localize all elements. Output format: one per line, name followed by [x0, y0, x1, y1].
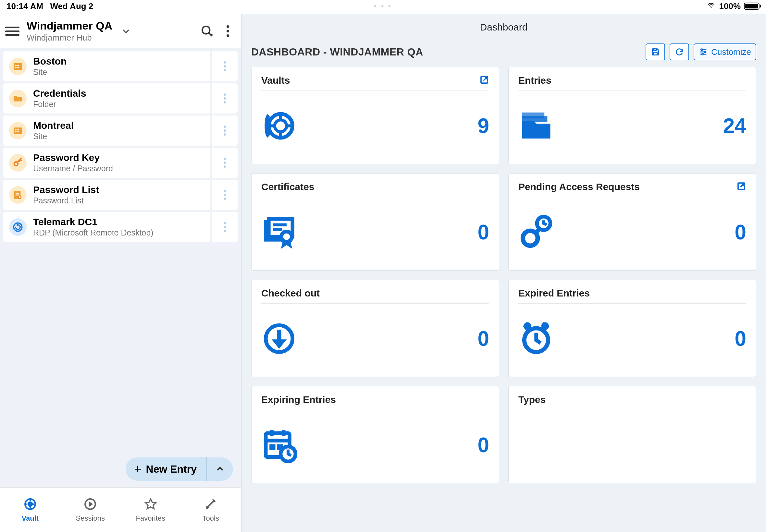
- list-item[interactable]: Password Key Username / Password: [3, 148, 237, 178]
- svg-rect-18: [16, 194, 19, 195]
- svg-point-62: [524, 323, 530, 329]
- dashboard-card[interactable]: Types: [508, 386, 756, 483]
- svg-point-38: [701, 49, 703, 51]
- list-item[interactable]: Credentials Folder: [3, 83, 237, 114]
- card-title: Expiring Entries: [261, 394, 336, 405]
- entry-subtitle: Username / Password: [33, 164, 113, 173]
- card-title: Vaults: [261, 75, 290, 86]
- card-value: 0: [478, 327, 489, 351]
- customize-label: Customize: [711, 47, 751, 57]
- tab-vault[interactable]: Vault: [0, 488, 60, 532]
- dashboard-card[interactable]: Certificates 0: [251, 173, 499, 271]
- svg-point-32: [206, 506, 208, 509]
- entry-more-button[interactable]: [212, 83, 237, 114]
- vault-selector[interactable]: Windjammer QA Windjammer Hub: [27, 19, 112, 43]
- status-date: Wed Aug 2: [50, 1, 93, 11]
- svg-rect-11: [15, 129, 17, 130]
- folder-icon: [9, 90, 27, 107]
- entry-title: Telemark DC1: [33, 216, 153, 227]
- svg-rect-17: [16, 192, 19, 193]
- entry-subtitle: Site: [33, 67, 67, 77]
- refresh-button[interactable]: [670, 43, 689, 60]
- list-item[interactable]: Montreal Site: [3, 115, 237, 146]
- dashboard-card[interactable]: Expiring Entries 0: [251, 386, 499, 483]
- new-entry-label: New Entry: [146, 463, 197, 475]
- entry-more-button[interactable]: [212, 180, 237, 210]
- svg-point-63: [542, 323, 548, 329]
- card-title: Checked out: [261, 288, 320, 299]
- entry-more-button[interactable]: [212, 148, 237, 178]
- svg-point-24: [28, 502, 32, 506]
- play-icon: [83, 497, 97, 512]
- dashboard-card[interactable]: Expired Entries 0: [508, 280, 756, 377]
- entry-title: Credentials: [33, 88, 86, 99]
- svg-marker-60: [273, 340, 285, 347]
- tab-tools[interactable]: Tools: [181, 488, 241, 532]
- keyclock-icon: [518, 214, 554, 250]
- list-item[interactable]: Boston Site: [3, 51, 237, 81]
- svg-rect-14: [18, 131, 19, 132]
- entry-more-button[interactable]: [212, 115, 237, 146]
- vault-icon: [261, 108, 297, 144]
- battery-percent: 100%: [719, 1, 741, 11]
- new-entry-button[interactable]: + New Entry: [126, 457, 233, 481]
- open-external-icon[interactable]: [736, 181, 746, 192]
- svg-rect-68: [270, 445, 275, 450]
- tab-label: Vault: [21, 514, 39, 523]
- list-item[interactable]: Telemark DC1 RDP (Microsoft Remote Deskt…: [3, 212, 237, 242]
- entry-title: Password List: [33, 184, 99, 195]
- entry-subtitle: Password List: [33, 196, 99, 205]
- save-button[interactable]: [646, 43, 665, 60]
- customize-button[interactable]: Customize: [694, 43, 756, 60]
- sidebar-header: Windjammer QA Windjammer Hub: [0, 14, 241, 48]
- entries-list[interactable]: Boston Site Credentials Folder Montreal …: [0, 48, 241, 451]
- plus-icon: +: [134, 462, 141, 476]
- tab-favorites[interactable]: Favorites: [120, 488, 181, 532]
- page-title: Dashboard: [480, 22, 528, 33]
- entry-more-button[interactable]: [212, 51, 237, 81]
- card-title: Expired Entries: [518, 288, 590, 299]
- dashboard-card[interactable]: Checked out 0: [251, 280, 499, 377]
- search-add-icon[interactable]: [200, 24, 214, 38]
- svg-point-15: [14, 162, 18, 165]
- entry-title: Montreal: [33, 120, 74, 131]
- list-item[interactable]: Password List Password List: [3, 180, 237, 210]
- sidebar: Windjammer QA Windjammer Hub Boston Site: [0, 14, 241, 532]
- open-external-icon[interactable]: [480, 75, 489, 86]
- card-value: 9: [478, 114, 489, 138]
- svg-marker-30: [89, 502, 93, 506]
- key-icon: [9, 154, 27, 172]
- vault-title: Windjammer QA: [27, 19, 112, 32]
- svg-rect-13: [15, 131, 17, 132]
- star-icon: [144, 497, 157, 512]
- card-value: 0: [735, 220, 746, 244]
- dashboard-card[interactable]: Entries 24: [508, 67, 756, 164]
- dashboard-card[interactable]: Pending Access Requests 0: [508, 173, 756, 271]
- tab-label: Sessions: [76, 514, 105, 523]
- more-icon[interactable]: [221, 25, 234, 38]
- new-entry-expand[interactable]: [206, 457, 233, 481]
- card-value: 0: [735, 327, 746, 351]
- svg-point-0: [711, 7, 711, 8]
- entry-title: Boston: [33, 56, 67, 67]
- menu-icon[interactable]: [5, 26, 19, 36]
- card-title: Types: [518, 394, 546, 405]
- svg-point-40: [702, 54, 704, 55]
- list-icon: [9, 186, 27, 204]
- entry-more-button[interactable]: [212, 212, 237, 242]
- svg-point-39: [704, 51, 706, 53]
- breadcrumb: DASHBOARD - WINDJAMMER QA: [251, 46, 423, 58]
- entry-subtitle: RDP (Microsoft Remote Desktop): [33, 228, 153, 237]
- dashboard-card[interactable]: Vaults 9: [251, 67, 499, 164]
- tab-sessions[interactable]: Sessions: [60, 488, 121, 532]
- chevron-down-icon[interactable]: [119, 25, 132, 38]
- status-bar: 10:14 AM Wed Aug 2 • • • 100%: [0, 0, 766, 12]
- tab-label: Tools: [202, 514, 219, 523]
- tools-icon: [204, 497, 217, 512]
- svg-rect-5: [14, 63, 22, 70]
- svg-point-56: [523, 231, 538, 246]
- svg-rect-34: [653, 52, 657, 55]
- vault-icon: [23, 497, 37, 512]
- svg-rect-6: [15, 65, 17, 66]
- svg-point-43: [274, 120, 286, 132]
